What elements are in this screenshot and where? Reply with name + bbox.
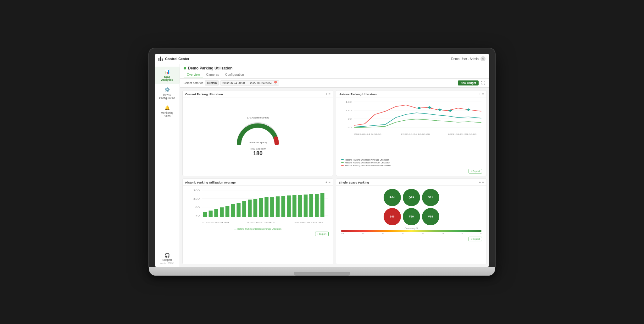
widget-add-icon-avg[interactable]: + xyxy=(325,181,327,184)
monitoring-icon: 🔔 xyxy=(164,105,170,110)
widget-actions-avg: + ≡ xyxy=(325,181,330,184)
export-button-historic[interactable]: ↓ Export xyxy=(469,169,482,173)
widget-body-avg: 160 120 80 40 2022-06-24 0:00:00 2022-06… xyxy=(183,186,333,264)
widget-add-icon[interactable]: + xyxy=(325,92,327,96)
svg-text:45: 45 xyxy=(347,126,352,129)
bubble-p64: P64 xyxy=(384,189,401,206)
svg-text:40: 40 xyxy=(195,215,200,217)
svg-rect-41 xyxy=(281,196,285,217)
svg-text:2022-06-24 0:00:00: 2022-06-24 0:00:00 xyxy=(354,133,382,135)
content-title: Demo Parking Utilization xyxy=(188,66,232,70)
legend-dot-max xyxy=(341,165,344,166)
widget-actions-historic: + ≡ xyxy=(479,92,484,96)
widget-header-single: Single Space Parking + ≡ xyxy=(336,179,486,186)
widget-title-single: Single Space Parking xyxy=(339,181,369,184)
legend-dot-min xyxy=(341,162,344,163)
sidebar: 📊 DataAnalytics ⚙️ DeviceConfiguration 🔔… xyxy=(155,64,180,267)
gauge-total-value: 180 xyxy=(253,150,263,157)
top-bar-left: Control Center xyxy=(158,57,189,61)
sidebar-item-device-config[interactable]: ⚙️ DeviceConfiguration xyxy=(155,85,180,102)
svg-rect-31 xyxy=(225,206,229,217)
laptop-screen: Control Center Demo User - Admin ✕ 📊 Dat… xyxy=(155,54,489,267)
svg-rect-45 xyxy=(304,195,308,217)
sidebar-item-data-analytics[interactable]: 📊 DataAnalytics xyxy=(155,67,180,84)
line-chart-area: 180 136 90 45 2022-06-24 0:00:00 2022-06… xyxy=(339,99,484,157)
svg-rect-40 xyxy=(276,196,280,217)
bubble-chart: P64 Q29 S11 146 F20 V88 Oc xyxy=(339,187,484,263)
new-widget-button[interactable]: New widget xyxy=(458,80,479,85)
widget-title-avg: Historic Parking Utilization Average xyxy=(185,181,236,184)
widget-single-space: Single Space Parking + ≡ P xyxy=(336,178,487,264)
tab-configuration[interactable]: Configuration xyxy=(222,72,247,78)
svg-rect-43 xyxy=(292,195,296,217)
sidebar-label-monitoring: MonitoringAlerts xyxy=(161,111,174,118)
widget-menu-icon-s[interactable]: ≡ xyxy=(482,181,484,184)
svg-text:80: 80 xyxy=(195,206,200,209)
svg-text:136: 136 xyxy=(346,109,352,112)
svg-rect-39 xyxy=(270,197,274,217)
export-button-single[interactable]: ↓ Export xyxy=(469,237,482,241)
tabs: Overview Cameras Configuration xyxy=(184,72,486,78)
main-layout: 📊 DataAnalytics ⚙️ DeviceConfiguration 🔔… xyxy=(155,64,489,267)
bubble-v88: V88 xyxy=(422,208,439,225)
top-bar-right: Demo User - Admin ✕ xyxy=(451,56,486,61)
widget-historic-avg: Historic Parking Utilization Average + ≡ xyxy=(182,178,333,264)
svg-marker-15 xyxy=(466,108,470,111)
svg-text:2022-06-24 10:00:00: 2022-06-24 10:00:00 xyxy=(247,222,275,223)
widget-header-historic: Historic Parking Utilization + ≡ xyxy=(336,91,486,97)
svg-text:90: 90 xyxy=(347,118,352,120)
tab-cameras[interactable]: Cameras xyxy=(203,72,222,78)
svg-rect-29 xyxy=(214,209,218,217)
content-area: Demo Parking Utilization Overview Camera… xyxy=(180,64,489,267)
legend-min: Historic Parking Utilization Minimum Uti… xyxy=(341,162,481,164)
bar-legend: — Historic Parking Utilization Average U… xyxy=(185,228,330,231)
legend-dot-avg xyxy=(341,159,344,160)
app: Control Center Demo User - Admin ✕ 📊 Dat… xyxy=(155,54,489,267)
widget-historic-parking: Historic Parking Utilization + ≡ xyxy=(336,90,487,176)
support-icon[interactable]: 🎧 xyxy=(164,253,170,258)
widget-body-single: P64 Q29 S11 146 F20 V88 Oc xyxy=(336,186,486,264)
widget-add-icon-s[interactable]: + xyxy=(479,181,481,184)
widget-menu-icon-avg[interactable]: ≡ xyxy=(329,181,330,184)
svg-text:2022-06-24 10:00:00: 2022-06-24 10:00:00 xyxy=(401,133,430,135)
scale-labels: 100907550251050 xyxy=(341,233,481,234)
gauge-container: 170 Available (94%) xyxy=(185,116,330,157)
date-from[interactable]: 2022-06-24 00:00 → 2022-06-24 23:59 📅 xyxy=(220,80,279,85)
widget-actions-current: + ≡ xyxy=(325,92,330,96)
occupancy-label: Occupancy % xyxy=(341,227,481,229)
widget-header-avg: Historic Parking Utilization Average + ≡ xyxy=(183,179,333,186)
widget-title-current: Current Parking Utilization xyxy=(185,92,223,96)
tab-overview[interactable]: Overview xyxy=(184,72,203,78)
bubble-s11: S11 xyxy=(422,189,439,206)
support-label: Support xyxy=(163,258,172,261)
gauge-total-label: Total Capacity xyxy=(250,147,266,150)
svg-text:2022-06-24 23:00:00: 2022-06-24 23:00:00 xyxy=(294,222,323,223)
svg-text:180: 180 xyxy=(346,101,352,103)
gauge-svg-wrap: Available Capacity xyxy=(236,120,280,145)
expand-button[interactable]: ⛶ xyxy=(480,80,486,86)
laptop-base xyxy=(149,267,495,276)
widget-body-current: 170 Available (94%) xyxy=(183,97,333,176)
date-type-badge[interactable]: Custom xyxy=(205,80,219,85)
svg-text:160: 160 xyxy=(193,189,200,192)
sidebar-item-monitoring[interactable]: 🔔 MonitoringAlerts xyxy=(155,103,180,120)
svg-marker-11 xyxy=(417,107,421,109)
content-header: Demo Parking Utilization Overview Camera… xyxy=(180,64,489,79)
widget-body-historic: 180 136 90 45 2022-06-24 0:00:00 2022-06… xyxy=(336,97,486,176)
content-title-row: Demo Parking Utilization xyxy=(184,66,486,70)
date-selector: Custom 2022-06-24 00:00 → 2022-06-24 23:… xyxy=(205,80,279,85)
widget-menu-icon-h[interactable]: ≡ xyxy=(482,92,484,96)
svg-rect-38 xyxy=(264,197,268,217)
widget-title-historic: Historic Parking Utilization xyxy=(339,92,377,96)
svg-rect-35 xyxy=(248,200,252,217)
widget-add-icon-h[interactable]: + xyxy=(479,92,481,96)
export-button-avg[interactable]: ↓ Export xyxy=(315,232,329,236)
toolbar: Select data for Custom 2022-06-24 00:00 … xyxy=(180,79,489,88)
title-dot xyxy=(184,67,186,69)
svg-rect-33 xyxy=(236,203,240,217)
svg-rect-46 xyxy=(309,194,313,217)
version-label: Version 2023.1 xyxy=(160,262,175,264)
widget-menu-icon[interactable]: ≡ xyxy=(329,92,330,96)
sidebar-label-device-config: DeviceConfiguration xyxy=(159,93,175,99)
bubble-grid: P64 Q29 S11 146 F20 V88 xyxy=(382,187,441,227)
